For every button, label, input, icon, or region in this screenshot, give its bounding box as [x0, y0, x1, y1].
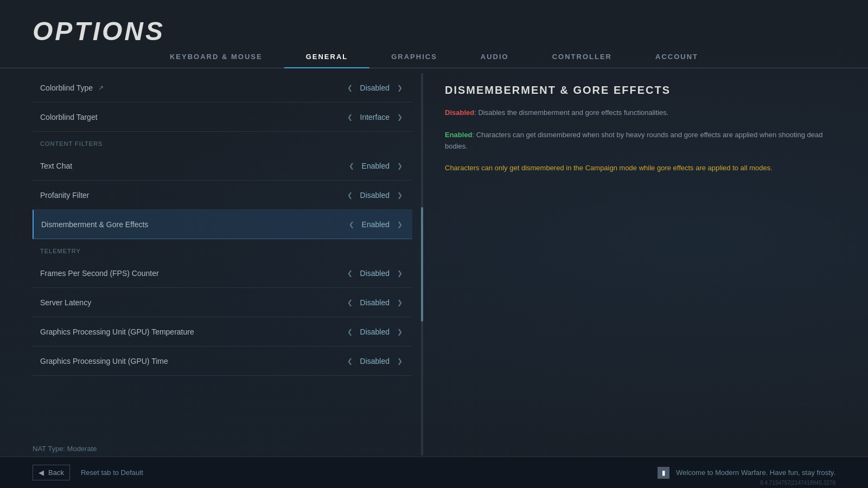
- arrow-right-fps-counter[interactable]: ❯: [395, 268, 405, 278]
- tabs-bar: KEYBOARD & MOUSE GENERAL GRAPHICS AUDIO …: [0, 46, 868, 68]
- setting-name-text-chat: Text Chat: [40, 162, 72, 170]
- arrow-right-text-chat[interactable]: ❯: [395, 161, 405, 171]
- content-area: Colorblind Type ↗ ❮ Disabled ❯ Colorblin…: [33, 73, 835, 455]
- bottom-right: ▮ Welcome to Modern Warfare. Have fun, s…: [658, 467, 835, 479]
- settings-panel: Colorblind Type ↗ ❮ Disabled ❯ Colorblin…: [33, 73, 423, 455]
- section-label-content-filters: Content Filters: [33, 132, 412, 151]
- setting-row-server-latency[interactable]: Server Latency ❮ Disabled ❯: [33, 288, 412, 317]
- desc-enabled-text: : Characters can get dismembered when sh…: [445, 131, 822, 150]
- arrow-right-colorblind-target[interactable]: ❯: [395, 112, 405, 122]
- arrow-left-colorblind-target[interactable]: ❮: [345, 112, 355, 122]
- setting-row-gpu-time[interactable]: Graphics Processing Unit (GPU) Time ❮ Di…: [33, 346, 412, 376]
- tab-controller[interactable]: CONTROLLER: [531, 46, 634, 68]
- arrow-right-gpu-time[interactable]: ❯: [395, 356, 405, 366]
- settings-list: Colorblind Type ↗ ❮ Disabled ❯ Colorblin…: [33, 73, 423, 376]
- scrollbar-track[interactable]: [421, 73, 423, 455]
- tab-keyboard-mouse[interactable]: KEYBOARD & MOUSE: [148, 46, 284, 68]
- tab-account[interactable]: ACCOUNT: [634, 46, 720, 68]
- desc-disabled-text: : Disables the dismemberment and gore ef…: [474, 108, 668, 117]
- version-text: 8.4.7154757|2147418945.3278: [760, 480, 835, 486]
- setting-value-colorblind-type: ❮ Disabled ❯: [345, 83, 405, 93]
- setting-row-dismemberment[interactable]: Dismemberment & Gore Effects ❮ Enabled ❯: [33, 210, 412, 239]
- keyword-enabled: Enabled: [445, 131, 473, 139]
- external-link-icon: ↗: [98, 84, 104, 92]
- setting-name-gpu-temperature: Graphics Processing Unit (GPU) Temperatu…: [40, 328, 194, 336]
- back-label: Back: [48, 468, 64, 477]
- setting-row-fps-counter[interactable]: Frames Per Second (FPS) Counter ❮ Disabl…: [33, 259, 412, 288]
- desc-warning: Characters can only get dismembered in t…: [445, 163, 830, 174]
- arrow-left-profanity-filter[interactable]: ❮: [345, 190, 355, 200]
- setting-value-fps-counter: ❮ Disabled ❯: [345, 268, 405, 278]
- setting-value-gpu-time: ❮ Disabled ❯: [345, 356, 405, 366]
- arrow-left-server-latency[interactable]: ❮: [345, 298, 355, 307]
- setting-value-profanity-filter: ❮ Disabled ❯: [345, 190, 405, 200]
- setting-value-dismemberment: ❮ Enabled ❯: [347, 220, 405, 229]
- section-label-telemetry: Telemetry: [33, 239, 412, 259]
- setting-name-colorblind-type: Colorblind Type ↗: [40, 84, 104, 92]
- setting-value-server-latency: ❮ Disabled ❯: [345, 298, 405, 307]
- nat-info: NAT Type: Moderate: [33, 445, 97, 453]
- setting-row-colorblind-type[interactable]: Colorblind Type ↗ ❮ Disabled ❯: [33, 73, 412, 102]
- setting-name-colorblind-target: Colorblind Target: [40, 113, 98, 121]
- setting-name-dismemberment: Dismemberment & Gore Effects: [41, 220, 148, 229]
- reset-button[interactable]: Reset tab to Default: [75, 465, 149, 480]
- bottom-left: ◀ Back Reset tab to Default: [33, 465, 149, 480]
- setting-value-colorblind-target: ❮ Interface ❯: [345, 112, 405, 122]
- desc-title: DISMEMBERMENT & GORE EFFECTS: [445, 84, 830, 97]
- arrow-left-text-chat[interactable]: ❮: [347, 161, 356, 171]
- description-panel: DISMEMBERMENT & GORE EFFECTS Disabled: D…: [439, 73, 835, 455]
- settings-scroll: Colorblind Type ↗ ❮ Disabled ❯ Colorblin…: [33, 73, 423, 455]
- arrow-right-dismemberment[interactable]: ❯: [395, 220, 405, 229]
- keyword-disabled: Disabled: [445, 108, 474, 117]
- setting-row-colorblind-target[interactable]: Colorblind Target ❮ Interface ❯: [33, 102, 412, 132]
- back-arrow-icon: ◀: [39, 468, 44, 477]
- arrow-right-gpu-temperature[interactable]: ❯: [395, 327, 405, 337]
- arrow-left-gpu-temperature[interactable]: ❮: [345, 327, 355, 337]
- setting-value-gpu-temperature: ❮ Disabled ❯: [345, 327, 405, 337]
- setting-name-profanity-filter: Profanity Filter: [40, 191, 89, 200]
- desc-enabled-block: Enabled: Characters can get dismembered …: [445, 130, 830, 152]
- welcome-message: Welcome to Modern Warfare. Have fun, sta…: [676, 468, 835, 477]
- desc-disabled-block: Disabled: Disables the dismemberment and…: [445, 107, 830, 119]
- bottom-bar: ◀ Back Reset tab to Default ▮ Welcome to…: [0, 457, 868, 488]
- setting-row-profanity-filter[interactable]: Profanity Filter ❮ Disabled ❯: [33, 181, 412, 210]
- tab-graphics[interactable]: GRAPHICS: [369, 46, 459, 68]
- arrow-left-dismemberment[interactable]: ❮: [347, 220, 356, 229]
- setting-row-gpu-temperature[interactable]: Graphics Processing Unit (GPU) Temperatu…: [33, 317, 412, 346]
- page-title: OPTIONS: [33, 16, 165, 46]
- tab-audio[interactable]: AUDIO: [459, 46, 531, 68]
- setting-name-fps-counter: Frames Per Second (FPS) Counter: [40, 269, 159, 278]
- arrow-left-fps-counter[interactable]: ❮: [345, 268, 355, 278]
- arrow-left-colorblind-type[interactable]: ❮: [345, 83, 355, 93]
- setting-name-server-latency: Server Latency: [40, 298, 91, 307]
- arrow-right-server-latency[interactable]: ❯: [395, 298, 405, 307]
- arrow-right-colorblind-type[interactable]: ❯: [395, 83, 405, 93]
- arrow-left-gpu-time[interactable]: ❮: [345, 356, 355, 366]
- scrollbar-thumb[interactable]: [421, 207, 423, 322]
- chat-icon: ▮: [658, 467, 669, 479]
- tab-general[interactable]: GENERAL: [284, 46, 370, 68]
- setting-name-gpu-time: Graphics Processing Unit (GPU) Time: [40, 357, 168, 365]
- arrow-right-profanity-filter[interactable]: ❯: [395, 190, 405, 200]
- setting-row-text-chat[interactable]: Text Chat ❮ Enabled ❯: [33, 151, 412, 181]
- back-button[interactable]: ◀ Back: [33, 465, 70, 480]
- setting-value-text-chat: ❮ Enabled ❯: [347, 161, 405, 171]
